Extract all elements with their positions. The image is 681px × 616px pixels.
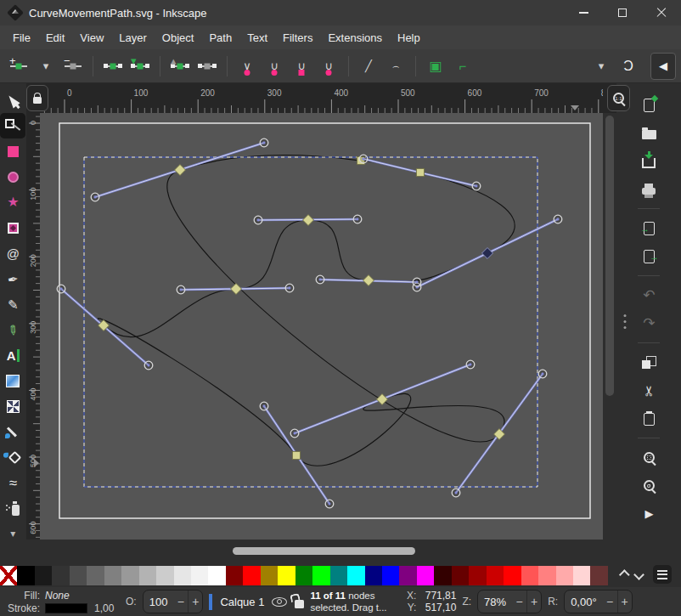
spiral-tool[interactable]: @ — [0, 240, 25, 266]
make-corner-button[interactable]: ∨ — [234, 53, 261, 80]
stroke-color-swatch[interactable] — [45, 603, 87, 613]
close-button[interactable] — [642, 0, 681, 25]
opacity-increase-button[interactable]: + — [188, 591, 202, 613]
zoom-spinner[interactable]: 78% − + — [477, 590, 542, 613]
menu-object[interactable]: Object — [155, 28, 202, 48]
palette-swatch[interactable] — [538, 566, 555, 585]
palette-swatch[interactable] — [104, 566, 121, 585]
tweak-tool[interactable]: ≈ — [0, 470, 25, 495]
fill-value[interactable]: None — [45, 590, 89, 602]
delete-segment-button[interactable] — [194, 53, 221, 80]
palette-swatch[interactable] — [504, 566, 521, 585]
palette-swatch[interactable] — [226, 566, 243, 585]
palette-swatch[interactable] — [295, 566, 312, 585]
insert-node-options-button[interactable]: ▾ — [32, 53, 59, 80]
menu-view[interactable]: View — [72, 28, 111, 48]
palette-swatch[interactable] — [365, 566, 382, 585]
rotation-increase-button[interactable]: + — [617, 591, 632, 613]
path-node-node-3[interactable] — [416, 168, 424, 176]
menu-path[interactable]: Path — [201, 28, 239, 48]
paint-bucket-tool[interactable] — [0, 444, 25, 470]
palette-scroll-up-icon[interactable] — [618, 569, 629, 580]
mesh-gradient-tool[interactable] — [0, 393, 25, 419]
zoom-to-drawing-button[interactable] — [637, 474, 661, 497]
path-node-node-4[interactable] — [481, 247, 492, 258]
make-symmetric-button[interactable]: ∪ — [288, 53, 315, 80]
palette-swatch[interactable] — [70, 566, 87, 585]
segment-line-button[interactable]: ╱ — [355, 53, 382, 80]
layer-visibility-icon[interactable] — [272, 597, 287, 607]
rotation-value[interactable]: 0,00° — [565, 596, 603, 608]
palette-swatch[interactable] — [121, 566, 138, 585]
delete-node-button[interactable]: − — [59, 53, 87, 80]
vertical-scrollbar[interactable] — [603, 113, 616, 540]
segment-curve-button[interactable]: ⌢ — [382, 53, 409, 80]
layer-unlock-icon[interactable] — [295, 600, 304, 608]
palette-swatch[interactable] — [261, 566, 278, 585]
show-more-commands-button[interactable]: ▶ — [637, 502, 661, 525]
fill-stroke-indicator[interactable]: Fill: None Stroke: 1,00 — [4, 589, 120, 614]
menu-edit[interactable]: Edit — [38, 28, 72, 48]
path-node-node-9[interactable] — [292, 451, 300, 459]
menu-layer[interactable]: Layer — [111, 28, 155, 48]
drawing-canvas[interactable] — [40, 113, 603, 540]
insert-node-button[interactable]: + — [5, 53, 32, 80]
make-auto-smooth-button[interactable]: ∪ — [315, 53, 342, 80]
palette-swatch[interactable] — [87, 566, 104, 585]
text-tool[interactable]: A — [0, 342, 25, 368]
opacity-decrease-button[interactable]: − — [173, 591, 188, 613]
palette-swatch[interactable] — [243, 566, 260, 585]
new-document-button[interactable] — [637, 93, 661, 116]
curve-path[interactable] — [98, 155, 515, 466]
palette-swatch[interactable] — [434, 566, 451, 585]
stroke-to-path-button[interactable]: ⌐ — [449, 53, 476, 80]
join-nodes-button[interactable] — [99, 53, 127, 80]
palette-swatch[interactable] — [417, 566, 434, 585]
selector-tool[interactable] — [0, 88, 25, 113]
paste-button[interactable] — [637, 407, 661, 430]
palette-swatch[interactable] — [191, 566, 208, 585]
palette-swatch[interactable] — [487, 566, 504, 585]
undo-button[interactable]: ↶ — [637, 284, 661, 307]
palette-menu-button[interactable] — [653, 565, 672, 584]
palette-swatch[interactable] — [278, 566, 295, 585]
horizontal-scrollbar-thumb[interactable] — [233, 547, 415, 555]
collapse-toolbar-button[interactable]: ◀ — [650, 53, 676, 80]
object-to-path-button[interactable]: ▣ — [422, 53, 449, 80]
ruler-lock-button[interactable] — [26, 85, 48, 111]
palette-swatch[interactable] — [35, 566, 52, 585]
dropper-tool[interactable] — [0, 419, 25, 444]
print-document-button[interactable] — [637, 178, 661, 201]
path-node-node-7[interactable] — [230, 283, 241, 294]
palette-swatch[interactable] — [573, 566, 590, 585]
menu-extensions[interactable]: Extensions — [320, 28, 390, 48]
palette-swatch[interactable] — [590, 566, 607, 585]
canvas-viewport[interactable] — [40, 113, 603, 540]
snap-toggle-button[interactable]: Ɔ — [615, 53, 642, 80]
palette-swatch[interactable] — [52, 566, 69, 585]
more-tools[interactable]: ▾ — [0, 521, 25, 546]
rotation-spinner[interactable]: 0,00° − + — [564, 590, 633, 613]
minimize-button[interactable] — [564, 0, 603, 25]
rotation-decrease-button[interactable]: − — [603, 591, 617, 613]
current-layer-name[interactable]: Calque 1 — [220, 596, 264, 608]
calligraphy-tool[interactable]: ✎ — [0, 317, 25, 342]
menu-text[interactable]: Text — [239, 28, 275, 48]
export-image-button[interactable]: → — [637, 245, 661, 268]
rectangle-tool[interactable] — [0, 138, 25, 164]
palette-swatch[interactable] — [174, 566, 191, 585]
import-image-button[interactable]: → — [637, 217, 661, 240]
box3d-tool[interactable] — [0, 215, 25, 240]
path-node-node-1[interactable] — [174, 164, 185, 175]
pencil-tool[interactable]: ✎ — [0, 291, 25, 317]
stroke-width-value[interactable]: 1,00 — [94, 602, 120, 614]
zoom-to-selection-button[interactable] — [637, 446, 661, 469]
spray-tool[interactable] — [0, 495, 25, 521]
cut-button[interactable]: ✂ — [637, 379, 661, 402]
zoom-1-1-button[interactable]: 1:1 — [607, 85, 630, 111]
palette-swatch[interactable] — [0, 566, 17, 585]
path-node-node-6[interactable] — [302, 214, 313, 225]
vertical-scrollbar-thumb[interactable] — [605, 116, 614, 396]
palette-swatch[interactable] — [156, 566, 173, 585]
palette-swatch[interactable] — [399, 566, 416, 585]
